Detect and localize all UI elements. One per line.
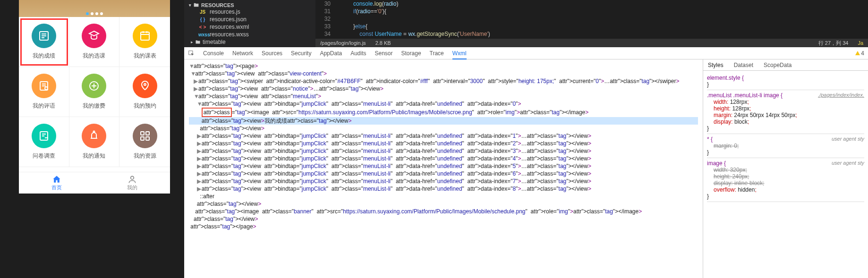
styles-tab-dataset[interactable]: Dataset	[734, 62, 753, 68]
menu-item-0[interactable]: 我的成绩	[19, 17, 69, 67]
devtools-tab-sources[interactable]: Sources	[262, 50, 282, 57]
ide: ▾ resources JSresources.js{ }resources.j…	[184, 0, 868, 278]
menu-item-8[interactable]: 我的资源	[119, 117, 170, 167]
svg-rect-8	[141, 132, 144, 135]
svg-rect-9	[146, 132, 149, 135]
menu-item-7[interactable]: 我的通知	[69, 117, 120, 167]
svg-rect-1	[141, 32, 149, 40]
cursor-position: 行 27，列 34	[818, 40, 849, 47]
menu-item-6[interactable]: 问卷调查	[19, 117, 69, 167]
devtools: ConsoleNetworkSourcesSecurityAppDataAudi…	[184, 47, 868, 278]
file-resources.json[interactable]: { }resources.json	[189, 16, 315, 23]
devtools-toolbar: ConsoleNetworkSourcesSecurityAppDataAudi…	[184, 47, 868, 59]
css-rule[interactable]: element.style {}	[707, 73, 864, 90]
language-mode: Ja	[858, 40, 863, 46]
devtools-tab-trace[interactable]: Trace	[430, 50, 444, 57]
file-size: 2.8 KB	[375, 40, 391, 46]
file-resources.wxss[interactable]: wxssresources.wxss	[189, 31, 315, 38]
menu-grid: 我的成绩我的选课我的课表我的评语我的缴费我的预约问卷调查我的通知我的资源	[19, 17, 170, 167]
devtools-tab-console[interactable]: Console	[203, 50, 224, 57]
wxml-tree[interactable]: ▼attr">class="tag"><page> ▼attr">class="…	[184, 59, 703, 278]
menu-item-3[interactable]: 我的评语	[19, 67, 69, 117]
phone-simulator: 我的成绩我的选课我的课表我的评语我的缴费我的预约问卷调查我的通知我的资源 首页我…	[19, 0, 170, 194]
file-tree[interactable]: ▾ resources JSresources.js{ }resources.j…	[184, 0, 315, 47]
devtools-tab-storage[interactable]: Storage	[401, 50, 421, 57]
tabbar-home[interactable]: 首页	[19, 172, 94, 194]
folder-resources[interactable]: ▾ resources	[189, 2, 315, 8]
styles-tabs: StylesDatasetScopeData	[703, 59, 868, 71]
menu-item-5[interactable]: 我的预约	[119, 67, 170, 117]
styles-tab-styles[interactable]: Styles	[708, 62, 723, 68]
devtools-tab-sensor[interactable]: Sensor	[375, 50, 393, 57]
menu-item-1[interactable]: 我的选课	[69, 17, 120, 67]
devtools-tab-network[interactable]: Network	[232, 50, 253, 57]
warnings-badge[interactable]: 4	[855, 50, 864, 57]
svg-point-12	[131, 176, 134, 179]
swiper-dots	[86, 12, 103, 15]
styles-pane: StylesDatasetScopeData element.style {}.…	[703, 59, 868, 278]
tabbar-mine[interactable]: 我的	[94, 172, 170, 194]
svg-rect-10	[141, 137, 144, 140]
css-rule[interactable]: user agent styimage {width: 320px;height…	[707, 158, 864, 202]
svg-point-3	[45, 87, 48, 90]
folder-timetable[interactable]: ▸ timetable	[189, 38, 315, 46]
swiper-hero[interactable]	[19, 0, 170, 17]
inspect-icon[interactable]	[188, 50, 195, 57]
devtools-tab-appdata[interactable]: AppData	[320, 50, 342, 57]
file-resources.js[interactable]: JSresources.js	[189, 8, 315, 16]
svg-point-5	[144, 84, 146, 85]
svg-rect-11	[146, 137, 149, 140]
css-rule[interactable]: user agent sty* {margin: 0;}	[707, 134, 864, 158]
devtools-tab-audits[interactable]: Audits	[350, 50, 366, 57]
css-rule[interactable]: ./pages/index/index..menuList .menuList-…	[707, 90, 864, 134]
devtools-tab-wxml[interactable]: Wxml	[452, 50, 467, 59]
tabbar: 首页我的	[19, 172, 170, 194]
menu-item-2[interactable]: 我的课表	[119, 17, 170, 67]
editor-status-bar: /pages/login/login.js 2.8 KB 行 27，列 34 J…	[315, 39, 868, 47]
svg-point-7	[94, 131, 95, 133]
styles-tab-scopedata[interactable]: ScopeData	[764, 62, 791, 68]
file-resources.wxml[interactable]: < >resources.wxml	[189, 23, 315, 31]
menu-item-4[interactable]: 我的缴费	[69, 67, 120, 117]
file-path: /pages/login/login.js	[320, 40, 366, 46]
code-editor[interactable]: 303132333435 console.log(radio) if(radio…	[315, 0, 868, 47]
devtools-tab-security[interactable]: Security	[291, 50, 311, 57]
